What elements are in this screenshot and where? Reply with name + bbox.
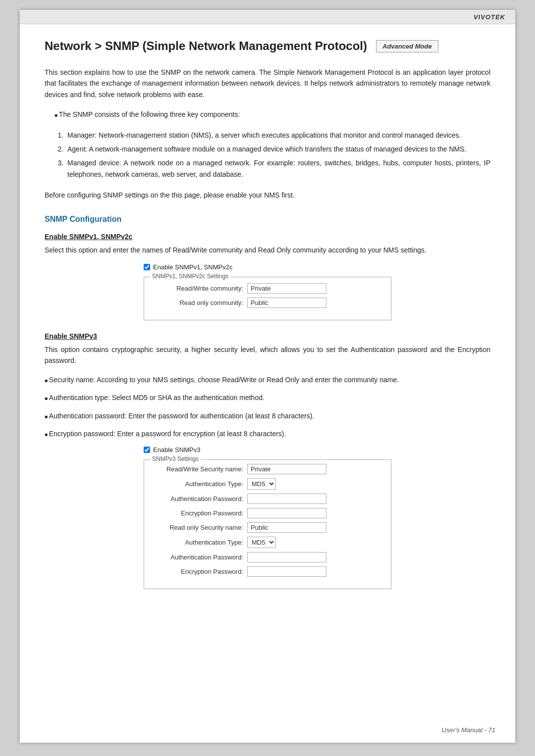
snmp-config-title: SNMP Configuration (45, 215, 490, 224)
snmpv3-ro-auth-type-row: Authentication Type: MD5 SHA (154, 537, 381, 548)
enable-snmpv1-title: Enable SNMPv1, SNMPv2c (45, 233, 490, 241)
numbered-item-3: Managed device: A network node on a mana… (65, 157, 490, 181)
snmp-numbered-list: Manager: Network-management station (NMS… (54, 130, 490, 181)
enable-snmpv3-title: Enable SNMPv3 (45, 332, 490, 340)
snmpv3-legend: SNMPv3 Settings (150, 455, 201, 462)
main-content: Network > SNMP (Simple Network Managemen… (20, 24, 515, 631)
snmpv3-ro-auth-type-select[interactable]: MD5 SHA (247, 537, 276, 548)
snmpv3-rw-security-row: Read/Write Security name: (154, 464, 381, 474)
snmpv3-rw-auth-type-label: Authentication Type: (154, 480, 243, 488)
snmpv3-bullet-3: Authentication password: Enter the passw… (45, 410, 490, 421)
snmpv3-checkbox-label: Enable SNMPv3 (153, 446, 200, 454)
snmpv3-rw-auth-pw-row: Authentication Password: (154, 494, 381, 504)
snmp-bullet-item: The SNMP consists of the following three… (54, 109, 490, 121)
snmpv1-legend: SNMPv1, SNMPv2c Settings (150, 273, 230, 280)
snmpv1-checkbox-label: Enable SNMPv1, SNMPv2c (153, 263, 232, 271)
numbered-item-1: Manager: Network-management station (NMS… (65, 130, 490, 142)
read-write-community-label: Read/Write community: (154, 285, 243, 292)
read-only-community-input[interactable] (247, 298, 326, 308)
snmpv3-rw-security-label: Read/Write Security name: (154, 465, 243, 473)
page-title-row: Network > SNMP (Simple Network Managemen… (45, 39, 490, 53)
snmpv3-ro-auth-pw-row: Authentication Password: (154, 552, 381, 562)
page-title: Network > SNMP (Simple Network Managemen… (45, 39, 367, 53)
snmpv3-settings-area: Enable SNMPv3 SNMPv3 Settings Read/Write… (144, 446, 391, 589)
intro-paragraph: This section explains how to use the SNM… (45, 67, 490, 100)
snmpv3-ro-security-row: Read only Security name: (154, 522, 381, 533)
brand-label: VIVOTEK (474, 13, 505, 21)
read-only-community-row: Read only community: (154, 298, 381, 308)
footer-text: User's Manual - 71 (441, 726, 495, 734)
snmpv3-rw-auth-pw-input[interactable] (247, 494, 326, 504)
snmpv3-ro-enc-pw-row: Encryption Password: (154, 566, 381, 577)
snmpv3-ro-auth-type-label: Authentication Type: (154, 539, 243, 546)
snmpv3-bullet-1: Security name: According to your NMS set… (45, 374, 490, 385)
snmpv1-box: SNMPv1, SNMPv2c Settings Read/Write comm… (144, 277, 391, 320)
page-container: VIVOTEK Network > SNMP (Simple Network M… (20, 10, 515, 743)
read-write-community-row: Read/Write community: (154, 283, 381, 294)
snmpv3-ro-security-input[interactable] (247, 522, 326, 533)
snmpv3-ro-auth-pw-label: Authentication Password: (154, 554, 243, 561)
read-write-community-input[interactable] (247, 283, 326, 294)
snmpv1-settings-area: Enable SNMPv1, SNMPv2c SNMPv1, SNMPv2c S… (144, 263, 391, 320)
snmpv3-rw-enc-pw-input[interactable] (247, 508, 326, 518)
snmpv3-bullet-2: Authentication type: Select MD5 or SHA a… (45, 392, 490, 403)
snmpv3-rw-auth-pw-label: Authentication Password: (154, 495, 243, 503)
snmpv3-ro-auth-pw-input[interactable] (247, 552, 326, 562)
snmpv3-checkbox[interactable] (144, 447, 150, 453)
snmpv1-settings-wrapper: Enable SNMPv1, SNMPv2c SNMPv1, SNMPv2c S… (45, 263, 490, 320)
header-bar: VIVOTEK (20, 10, 515, 24)
snmpv1-checkbox-row: Enable SNMPv1, SNMPv2c (144, 263, 391, 271)
enable-snmpv3-desc: This option contains cryptographic secur… (45, 344, 490, 366)
snmpv3-rw-auth-type-select[interactable]: MD5 SHA (247, 478, 276, 490)
snmpv3-rw-enc-pw-row: Encryption Password: (154, 508, 381, 518)
snmpv3-bullet-4: Encryption password: Enter a password fo… (45, 428, 490, 439)
snmp-components-list: The SNMP consists of the following three… (54, 109, 490, 121)
numbered-item-2: Agent: A network-management software mod… (65, 144, 490, 155)
snmpv3-settings-wrapper: Enable SNMPv3 SNMPv3 Settings Read/Write… (45, 446, 490, 589)
snmpv3-rw-enc-pw-label: Encryption Password: (154, 509, 243, 517)
snmpv1-checkbox[interactable] (144, 264, 150, 270)
snmpv3-ro-enc-pw-label: Encryption Password: (154, 568, 243, 575)
snmpv3-rw-auth-type-row: Authentication Type: MD5 SHA (154, 478, 381, 490)
snmpv3-rw-security-input[interactable] (247, 464, 326, 474)
snmpv3-ro-enc-pw-input[interactable] (247, 566, 326, 577)
advanced-mode-button[interactable]: Advanced Mode (376, 40, 438, 52)
snmpv3-box: SNMPv3 Settings Read/Write Security name… (144, 459, 391, 589)
before-config-text: Before configuring SNMP settings on the … (45, 190, 490, 201)
enable-snmpv1-desc: Select this option and enter the names o… (45, 245, 490, 255)
snmpv3-checkbox-row: Enable SNMPv3 (144, 446, 391, 454)
read-only-community-label: Read only community: (154, 299, 243, 306)
snmpv3-ro-security-label: Read only Security name: (154, 524, 243, 531)
